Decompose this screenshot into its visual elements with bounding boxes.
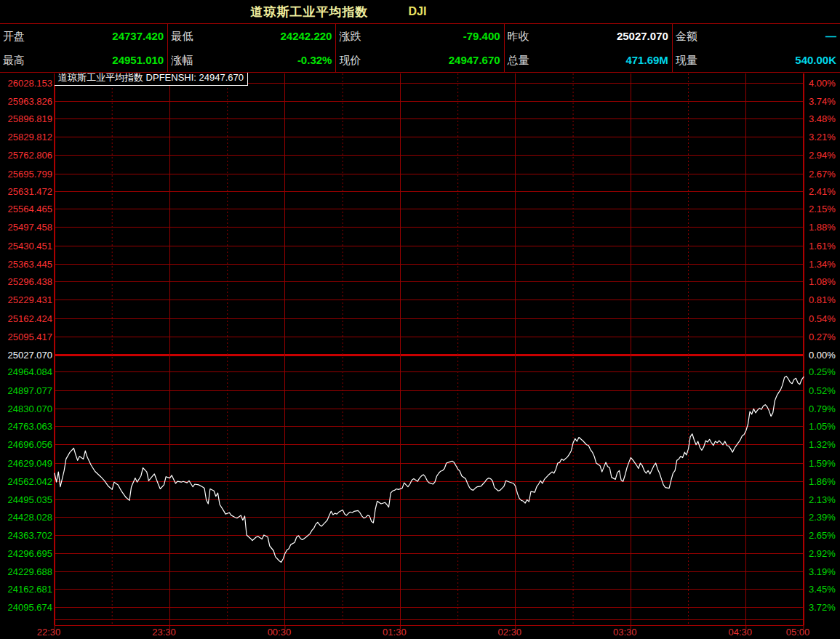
quote-low: 最低 24242.220 (168, 24, 335, 48)
x-axis-time-label: 00:30 (268, 627, 292, 638)
x-axis-time-label: 02:30 (498, 627, 522, 638)
y-axis-pct-label: 3.19% (809, 566, 836, 577)
quote-low-label: 最低 (171, 24, 193, 48)
quote-open: 开盘 24737.420 (0, 24, 167, 48)
y-axis-pct-label: 3.48% (809, 113, 836, 124)
x-axis-time-label: 01:30 (383, 627, 407, 638)
y-axis-pct-label: 2.13% (809, 494, 836, 505)
quote-column-5: 金额 — 现量 540.00K (672, 24, 840, 72)
y-axis-price-label: 24964.084 (8, 366, 52, 377)
y-axis-price-label: 26028.153 (8, 78, 52, 89)
title-bar: 道琼斯工业平均指数 DJI (0, 0, 840, 23)
y-axis-pct-label: 2.15% (809, 204, 836, 214)
x-axis-time-label: 04:30 (728, 627, 752, 638)
y-axis-pct-label: 0.25% (809, 366, 836, 377)
quote-prev-close-label: 昨收 (508, 24, 529, 48)
quote-amount-label: 金额 (676, 24, 697, 48)
instrument-symbol: DJI (409, 5, 427, 18)
quote-column-1: 开盘 24737.420 最高 24951.010 (0, 24, 167, 72)
y-axis-price-label: 25631.472 (8, 186, 52, 197)
quote-open-value: 24737.420 (112, 24, 164, 48)
instrument-name: 道琼斯工业平均指数 (251, 4, 369, 20)
quote-prev-close-value: 25027.070 (617, 24, 668, 48)
y-axis-price-label: 24428.028 (8, 512, 52, 523)
quote-column-2: 最低 24242.220 涨幅 -0.32% (167, 24, 335, 72)
y-axis-price-label: 24296.695 (8, 548, 52, 559)
y-axis-pct-label: 0.79% (809, 403, 836, 414)
intraday-price-chart[interactable]: 26028.1534.00%25963.8263.74%25896.8193.4… (0, 0, 840, 639)
y-axis-price-label: 25762.806 (8, 150, 52, 161)
y-axis-pct-label: 1.61% (809, 241, 836, 252)
y-axis-pct-label: 0.54% (809, 313, 836, 324)
quote-last-price-label: 现价 (339, 48, 361, 72)
y-axis-pct-label: 0.27% (809, 331, 836, 342)
quote-column-3: 涨跌 -79.400 现价 24947.670 (335, 24, 503, 72)
y-axis-price-label: 24897.077 (8, 385, 52, 396)
quote-change-pct-value: -0.32% (297, 48, 332, 72)
y-axis-price-label: 25829.812 (8, 132, 52, 142)
quote-change-label: 涨跌 (339, 24, 361, 48)
y-axis-price-label: 25363.445 (8, 259, 52, 270)
quote-last-price: 现价 24947.670 (336, 48, 503, 72)
quote-panel: 开盘 24737.420 最高 24951.010 最低 24242.220 涨… (0, 23, 840, 73)
y-axis-price-label: 25162.424 (8, 313, 52, 324)
y-axis-pct-label: 1.59% (809, 458, 836, 469)
x-axis-time-label: 05:00 (786, 627, 810, 638)
quote-prev-close: 昨收 25027.070 (505, 24, 672, 48)
y-axis-price-label: 25095.417 (8, 331, 52, 342)
quote-high: 最高 24951.010 (0, 48, 167, 72)
y-axis-price-label: 25963.826 (8, 96, 52, 107)
y-axis-pct-label: 1.86% (809, 476, 836, 487)
quote-open-label: 开盘 (3, 24, 25, 48)
quote-current-volume-label: 现量 (676, 48, 697, 72)
y-axis-pct-label: 0.00% (809, 350, 836, 361)
y-axis-price-label: 24162.681 (8, 584, 52, 595)
y-axis-pct-label: 2.65% (809, 530, 836, 541)
terminal-window: 道琼斯工业平均指数 DJI 开盘 24737.420 最高 24951.010 … (0, 0, 840, 639)
y-axis-pct-label: 0.52% (809, 385, 836, 396)
y-axis-price-label: 24562.042 (8, 476, 52, 487)
y-axis-pct-label: 3.74% (809, 96, 836, 107)
y-axis-pct-label: 3.72% (809, 602, 836, 613)
y-axis-price-label: 24229.688 (8, 566, 52, 577)
y-axis-price-label: 25896.819 (8, 113, 52, 124)
y-axis-pct-label: 1.32% (809, 439, 836, 450)
quote-current-volume-value: 540.00K (795, 48, 836, 72)
y-axis-price-label: 24363.702 (8, 530, 52, 541)
y-axis-price-label: 24629.049 (8, 458, 52, 469)
y-axis-price-label: 25229.431 (8, 294, 52, 305)
y-axis-pct-label: 1.34% (809, 259, 836, 270)
y-axis-price-label: 25027.070 (8, 350, 52, 361)
quote-change-value: -79.400 (463, 24, 500, 48)
quote-column-4: 昨收 25027.070 总量 471.69M (504, 24, 672, 72)
quote-change-pct: 涨幅 -0.32% (168, 48, 335, 72)
quote-current-volume: 现量 540.00K (673, 48, 840, 72)
y-axis-pct-label: 4.00% (809, 78, 836, 89)
y-axis-pct-label: 2.41% (809, 186, 836, 197)
y-axis-price-label: 24830.070 (8, 403, 52, 414)
y-axis-pct-label: 1.05% (809, 421, 836, 432)
y-axis-pct-label: 2.92% (809, 548, 836, 559)
quote-total-volume-label: 总量 (508, 48, 529, 72)
y-axis-pct-label: 2.67% (809, 169, 836, 180)
y-axis-price-label: 25497.458 (8, 222, 52, 233)
x-axis-time-label: 23:30 (152, 627, 176, 638)
y-axis-price-label: 24095.674 (8, 602, 52, 613)
x-axis-time-label: 22:30 (37, 627, 61, 638)
y-axis-price-label: 25695.799 (8, 169, 52, 180)
quote-amount-value: — (825, 24, 836, 48)
instrument-title-group: 道琼斯工业平均指数 DJI (251, 4, 427, 20)
quote-total-volume-value: 471.69M (625, 48, 668, 72)
quote-high-value: 24951.010 (112, 48, 164, 72)
y-axis-price-label: 24495.035 (8, 494, 52, 505)
quote-amount: 金额 — (673, 24, 840, 48)
y-axis-price-label: 25430.451 (8, 241, 52, 252)
quote-total-volume: 总量 471.69M (505, 48, 672, 72)
y-axis-price-label: 24763.063 (8, 421, 52, 432)
y-axis-pct-label: 1.88% (809, 222, 836, 233)
y-axis-price-label: 25564.465 (8, 204, 52, 214)
quote-high-label: 最高 (3, 48, 25, 72)
y-axis-pct-label: 2.39% (809, 512, 836, 523)
y-axis-pct-label: 0.81% (809, 294, 836, 305)
quote-last-price-value: 24947.670 (449, 48, 500, 72)
